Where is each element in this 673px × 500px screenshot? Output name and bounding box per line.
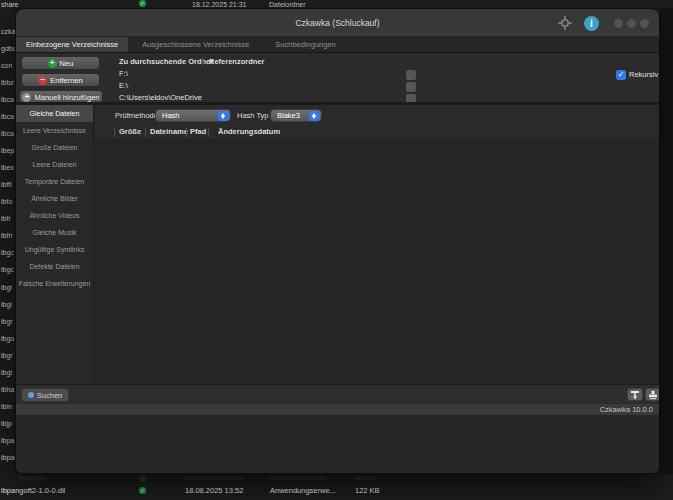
background-area <box>660 8 673 474</box>
remove-directory-button[interactable]: − Entfernen <box>21 73 100 87</box>
list-item: ibgt <box>1 369 12 376</box>
minus-icon: − <box>38 76 47 85</box>
list-item: ibgc <box>1 266 14 273</box>
sync-check-icon: ✓ <box>139 487 146 494</box>
list-item: ibpan <box>1 454 15 461</box>
manual-add-label: Manuell hinzufügen <box>34 93 99 102</box>
background-file-row[interactable]: share ✓ 18.12.2025 21:31 Dateiordner <box>0 0 673 8</box>
list-item: ibpa <box>1 437 14 444</box>
duplicates-panel: Prüfmethode Hash Hash Typ Blake3 Größe D… <box>95 105 660 384</box>
tab-search-conditions[interactable]: Suchbedingungen <box>265 37 345 52</box>
tab-excluded-directories[interactable]: Ausgeschlossene Verzeichnisse <box>132 37 259 52</box>
list-item: ibex <box>1 164 14 171</box>
recursive-checkbox[interactable]: ✓ <box>616 70 626 80</box>
remove-directory-label: Entfernen <box>50 76 83 85</box>
sidebar-item-aehnliche-videos[interactable]: Ähnliche Videos <box>16 207 93 224</box>
column-search-folders[interactable]: Zu durchsuchende Ordner <box>119 57 213 66</box>
list-item: ibfr <box>1 215 11 222</box>
list-item: ibep <box>1 147 14 154</box>
maximize-button[interactable] <box>627 19 636 28</box>
hash-type-value: Blake3 <box>277 111 300 120</box>
search-icon <box>28 392 34 398</box>
reference-checkbox[interactable] <box>406 70 416 80</box>
plus-icon: + <box>48 59 57 68</box>
plus-icon: + <box>22 93 31 102</box>
sidebar-item-falsche-erweiterungen[interactable]: Falsche Erweiterungen <box>16 275 93 292</box>
sync-check-icon: ✓ <box>139 0 146 7</box>
sidebar-item-leere-dateien[interactable]: Leere Dateien <box>16 156 93 173</box>
list-item: gdbu <box>1 45 15 52</box>
tab-included-directories[interactable]: Einbezogene Verzeichnisse <box>16 37 128 52</box>
list-item: ibgr <box>1 318 13 325</box>
reference-checkbox[interactable] <box>406 82 416 92</box>
stamp-icon <box>648 390 658 400</box>
hash-type-select[interactable]: Blake3 <box>270 109 322 122</box>
sidebar-item-gleiche-dateien[interactable]: Gleiche Dateien <box>16 105 93 122</box>
minimize-button[interactable] <box>614 19 623 28</box>
column-header-filename[interactable]: Dateiname <box>150 127 188 136</box>
list-item: czka <box>1 28 15 35</box>
directories-tabbar: Einbezogene Verzeichnisse Ausgeschlossen… <box>16 37 659 53</box>
status-bar: Czkawka 10.0.0 <box>16 403 659 415</box>
search-button[interactable]: Suchen <box>21 388 69 402</box>
settings-icon[interactable] <box>557 15 573 35</box>
tool-sidebar: Gleiche Dateien Leere Verzeichnisse Groß… <box>16 105 94 384</box>
sidebar-item-ungueltige-symlinks[interactable]: Ungültige Symlinks <box>16 241 93 258</box>
sidebar-item-leere-verzeichnisse[interactable]: Leere Verzeichnisse <box>16 122 93 139</box>
list-item: ibha <box>1 386 14 393</box>
file-date: 18.08.2025 13:52 <box>185 486 243 496</box>
file-size: 122 KB <box>355 486 380 496</box>
hash-type-label: Hash Typ <box>237 111 269 121</box>
column-reference-folder[interactable]: Referenzordner <box>209 57 264 66</box>
search-button-label: Suchen <box>37 391 62 400</box>
list-item: ibca <box>1 96 14 103</box>
czkawka-window: Czkawka (Schluckauf) i Einbezogene Verze… <box>15 8 660 474</box>
directory-path[interactable]: E:\ <box>119 81 128 91</box>
check-method-label: Prüfmethode <box>115 111 158 121</box>
recursive-label: Rekursiv <box>629 70 658 80</box>
window-footer-area <box>16 415 659 474</box>
check-method-select[interactable]: Hash <box>155 109 231 122</box>
list-item: ibfri <box>1 232 12 239</box>
sidebar-item-defekte-dateien[interactable]: Defekte Dateien <box>16 258 93 275</box>
background-file-row[interactable]: ibpangoft2-1.0-0.dll ✓ 18.08.2025 13:52 … <box>0 486 673 496</box>
column-header-modified-date[interactable]: Änderungsdatum <box>218 127 280 136</box>
list-item: ibgi <box>1 284 12 291</box>
desktop: share ✓ 18.12.2025 21:31 Dateiordner czk… <box>0 0 673 500</box>
info-icon[interactable]: i <box>584 16 599 31</box>
results-table-empty[interactable] <box>95 139 660 384</box>
close-button[interactable] <box>640 19 649 28</box>
sidebar-item-aehnliche-bilder[interactable]: Ähnliche Bilder <box>16 190 93 207</box>
add-directory-button[interactable]: + Neu <box>21 56 100 70</box>
sync-check-icon <box>139 475 146 482</box>
list-item: ibca <box>1 113 14 120</box>
action-bar: Suchen <box>16 384 659 403</box>
included-directories-panel: + Neu − Entfernen + Manuell hinzufügen Z… <box>16 54 659 102</box>
stamp-button[interactable] <box>645 388 660 401</box>
column-header-path[interactable]: Pfad <box>190 127 206 136</box>
list-item: ibffi <box>1 181 12 188</box>
column-header-size[interactable]: Größe <box>119 127 141 136</box>
list-item: ibin <box>1 403 12 410</box>
list-item: ibjp <box>1 420 12 427</box>
background-file-list: czka gdbu con ibbz ibca ibca ibca ibep i… <box>0 8 15 474</box>
title-bar[interactable]: Czkawka (Schluckauf) i <box>16 9 659 37</box>
chevron-updown-icon <box>218 111 229 121</box>
list-item: ibfo <box>1 198 12 205</box>
list-item: con <box>1 62 12 69</box>
sidebar-item-gleiche-musik[interactable]: Gleiche Musik <box>16 224 93 241</box>
sidebar-item-grosse-dateien[interactable]: Große Dateien <box>16 139 93 156</box>
sort-button[interactable] <box>627 388 643 401</box>
file-name: ibpangoft2-1.0-0.dll <box>1 486 65 496</box>
list-item: ibgl <box>1 301 12 308</box>
background-bottom-rows: ibpangoft2-1.0-0.dll ✓ 18.08.2025 13:52 … <box>0 474 673 500</box>
list-item: ibbz <box>1 79 14 86</box>
list-item: ibgo <box>1 335 14 342</box>
directory-path[interactable]: F:\ <box>119 69 128 79</box>
list-item: ibca <box>1 130 14 137</box>
sort-icon <box>630 390 640 400</box>
list-item: ibgr <box>1 352 13 359</box>
chevron-updown-icon <box>309 111 320 121</box>
sidebar-item-temporaere-dateien[interactable]: Temporäre Dateien <box>16 173 93 190</box>
file-type: Anwendungserwe... <box>270 486 336 496</box>
